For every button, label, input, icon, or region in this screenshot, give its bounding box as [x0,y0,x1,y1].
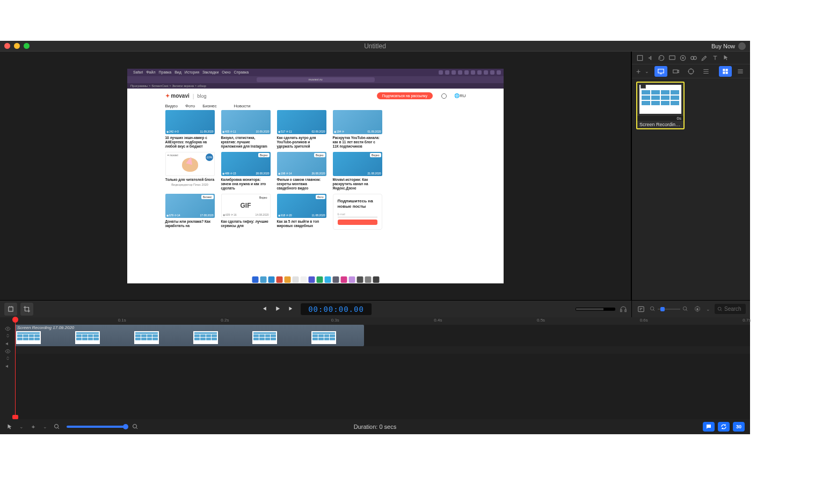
svg-point-19 [696,308,698,310]
panel-settings-icon[interactable] [693,304,702,313]
text-tool-icon[interactable] [710,53,719,62]
window-minimize-button[interactable] [14,43,20,49]
window-titlebar: Untitled Buy Now [0,41,750,52]
add-dropdown-icon[interactable]: ⌄ [644,67,650,76]
track-visibility-toggle[interactable] [0,325,15,340]
window-maximize-button[interactable] [24,43,30,49]
safari-tabbar-mock: Программы > ScreenCast > Записи экрана >… [127,83,504,89]
timeline-track-video[interactable]: Screen Recording 17.09.2020 [15,325,750,346]
svg-point-23 [55,425,59,428]
svg-rect-15 [625,310,626,312]
edit-tool-icon[interactable] [700,53,709,62]
timeline-zoom-in-icon[interactable] [131,422,140,431]
media-panel: + ⌄ [631,52,750,300]
sync-button[interactable] [718,422,730,432]
filter-camera-button[interactable] [670,66,682,77]
tool-dropdown-icon[interactable]: ⌄ [19,424,24,429]
svg-point-2 [680,55,685,60]
audio-tool-icon[interactable] [646,53,655,62]
thumb-zoom-slider[interactable] [658,309,680,310]
macos-dock-mock [250,276,381,283]
zoom-in-icon[interactable] [682,306,688,312]
timeline: 0.1s 0.2s 0.3s 0.4s 0.5s 0.6s 0.7s Scree… [0,317,750,419]
timeline-clip[interactable]: Screen Recording 17.09.2020 [15,325,364,346]
fps-badge[interactable]: 30 [733,422,745,432]
svg-point-8 [688,69,693,74]
chevron-down-icon[interactable]: ⌄ [706,306,710,312]
add-media-button[interactable]: + [635,67,642,76]
filter-image-button[interactable] [685,66,697,77]
monitor-icon [641,85,646,89]
screen-tool-icon[interactable] [667,53,676,62]
add-dropdown-icon[interactable]: ⌄ [43,424,47,429]
next-frame-button[interactable] [288,305,295,313]
selection-tool-button[interactable] [5,422,14,431]
cart-icon [738,42,746,50]
timeline-ruler[interactable]: 0.1s 0.2s 0.3s 0.4s 0.5s 0.6s 0.7s [15,317,750,325]
svg-rect-11 [723,71,725,74]
track-audio-toggle[interactable] [0,340,15,347]
timeline-zoom-out-icon[interactable] [53,422,61,431]
svg-point-21 [7,328,8,330]
svg-point-24 [133,425,137,428]
svg-point-17 [650,306,653,310]
media-item[interactable]: 0s Screen Recording... [636,82,685,129]
track2-audio-toggle[interactable] [0,362,15,370]
page-setup-icon[interactable] [635,53,644,62]
svg-rect-13 [9,306,13,311]
view-list-button[interactable] [734,66,747,77]
preview-pane: SafariФайлПравкаВидИсторияЗакладкиОкноСп… [0,52,631,300]
volume-meter [576,308,615,311]
playback-controls: 00:00:00.00 [0,300,631,317]
buy-now-button[interactable]: Buy Now [711,42,746,50]
macos-menubar-mock: SafariФайлПравкаВидИсторияЗакладкиОкноСп… [127,69,504,76]
svg-point-22 [7,351,8,352]
headphones-icon[interactable] [620,305,627,313]
svg-rect-6 [658,69,664,72]
svg-point-18 [683,306,686,310]
play-button[interactable] [274,305,281,313]
playback-timecode[interactable]: 00:00:00.00 [301,303,372,315]
rotate-tool-icon[interactable] [657,53,666,62]
link-tool-icon[interactable] [689,53,698,62]
svg-rect-10 [726,69,728,71]
view-grid-button[interactable] [719,66,732,77]
svg-rect-12 [726,71,728,74]
panel-controls: ⌄ Search [631,300,750,317]
cursor-tool-icon[interactable] [721,53,730,62]
filters-toggle-icon[interactable] [636,304,645,313]
media-duration: 0s [637,116,683,121]
timeline-playhead[interactable] [15,317,16,419]
svg-rect-7 [673,70,678,73]
webpage-content-mock: ✦ movavi | blog Подписаться на рассылку … [127,89,504,276]
filter-screen-button[interactable] [654,66,667,77]
window-close-button[interactable] [4,43,10,49]
zoom-out-icon[interactable] [650,306,656,312]
prev-frame-button[interactable] [260,305,267,313]
timeline-track-2[interactable] [15,354,750,375]
svg-rect-1 [669,55,675,59]
fit-canvas-button[interactable] [4,303,17,316]
timeline-zoom-slider[interactable] [67,426,126,428]
filter-list-button[interactable] [700,66,712,77]
track2-visibility-toggle[interactable] [0,347,15,362]
crop-button[interactable] [20,303,33,316]
duration-label: Duration: 0 secs [354,423,396,430]
target-tool-icon[interactable] [678,53,687,62]
media-search-input[interactable]: Search [715,304,746,314]
svg-point-3 [682,57,683,58]
search-icon [441,93,447,99]
status-bar: ⌄ + ⌄ Duration: 0 secs 30 [0,419,750,434]
add-track-button[interactable]: + [29,422,38,431]
svg-rect-16 [638,306,644,311]
svg-rect-0 [637,55,642,60]
svg-rect-14 [621,310,622,312]
media-label: Screen Recording... [637,121,683,128]
svg-rect-9 [723,69,725,71]
window-title: Untitled [364,42,386,50]
feedback-button[interactable] [703,422,715,432]
svg-point-20 [718,307,721,310]
safari-toolbar-mock: movavi.ru [127,76,504,83]
preview-canvas[interactable]: SafariФайлПравкаВидИсторияЗакладкиОкноСп… [127,69,504,283]
timeline-track-audio[interactable] [15,346,750,354]
